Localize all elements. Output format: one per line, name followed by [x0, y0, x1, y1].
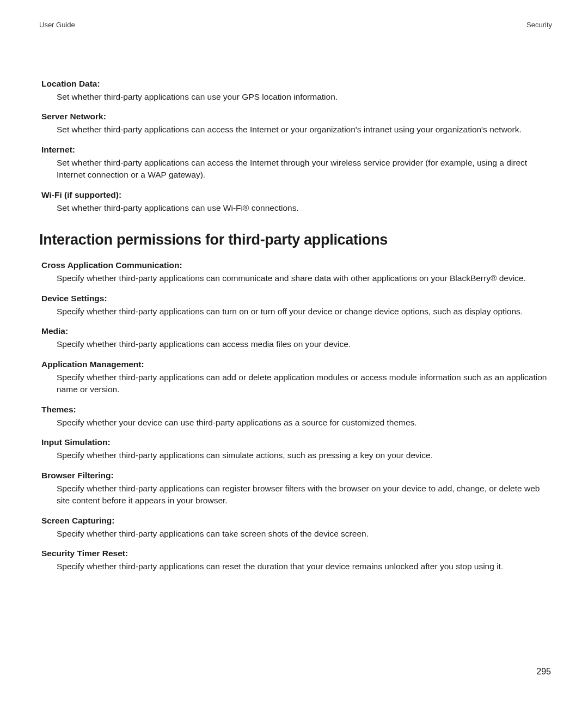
section-connection-permissions: Location Data: Set whether third-party a…: [41, 79, 552, 214]
term-description: Specify whether your device can use thir…: [41, 417, 552, 429]
term-description: Set whether third-party applications can…: [41, 91, 552, 103]
term-item: Security Timer Reset: Specify whether th…: [41, 549, 552, 573]
page-number: 295: [536, 667, 551, 677]
term-description: Set whether third-party applications can…: [41, 124, 552, 136]
term-label: Cross Application Communication:: [41, 260, 552, 270]
term-label: Wi-Fi (if supported):: [41, 190, 552, 200]
term-description: Specify whether third-party applications…: [41, 306, 552, 318]
term-label: Media:: [41, 326, 552, 336]
term-label: Server Network:: [41, 112, 552, 121]
term-label: Browser Filtering:: [41, 471, 552, 480]
term-item: Screen Capturing: Specify whether third-…: [41, 516, 552, 540]
term-description: Set whether third-party applications can…: [41, 157, 552, 181]
term-item: Server Network: Set whether third-party …: [41, 112, 552, 136]
term-item: Browser Filtering: Specify whether third…: [41, 471, 552, 507]
header-left: User Guide: [39, 21, 75, 29]
term-item: Input Simulation: Specify whether third-…: [41, 437, 552, 461]
term-description: Specify whether third-party applications…: [41, 528, 552, 540]
term-item: Device Settings: Specify whether third-p…: [41, 294, 552, 318]
section-heading-interaction-permissions: Interaction permissions for third-party …: [39, 232, 552, 248]
term-item: Internet: Set whether third-party applic…: [41, 145, 552, 181]
term-label: Screen Capturing:: [41, 516, 552, 526]
page-header: User Guide Security: [39, 21, 552, 29]
term-item: Application Management: Specify whether …: [41, 360, 552, 396]
term-label: Themes:: [41, 405, 552, 415]
term-item: Cross Application Communication: Specify…: [41, 260, 552, 284]
term-description: Set whether third-party applications can…: [41, 202, 552, 214]
term-item: Themes: Specify whether your device can …: [41, 405, 552, 429]
header-right: Security: [526, 21, 552, 29]
term-label: Security Timer Reset:: [41, 549, 552, 558]
term-label: Location Data:: [41, 79, 552, 89]
section-interaction-permissions: Cross Application Communication: Specify…: [41, 260, 552, 573]
term-label: Internet:: [41, 145, 552, 155]
term-description: Specify whether third-party applications…: [41, 483, 552, 507]
term-description: Specify whether third-party applications…: [41, 372, 552, 396]
term-label: Input Simulation:: [41, 437, 552, 447]
term-item: Wi-Fi (if supported): Set whether third-…: [41, 190, 552, 214]
term-description: Specify whether third-party applications…: [41, 272, 552, 284]
term-label: Device Settings:: [41, 294, 552, 303]
term-description: Specify whether third-party applications…: [41, 449, 552, 461]
term-item: Location Data: Set whether third-party a…: [41, 79, 552, 103]
term-item: Media: Specify whether third-party appli…: [41, 326, 552, 350]
term-label: Application Management:: [41, 360, 552, 369]
term-description: Specify whether third-party applications…: [41, 338, 552, 350]
term-description: Specify whether third-party applications…: [41, 561, 552, 573]
